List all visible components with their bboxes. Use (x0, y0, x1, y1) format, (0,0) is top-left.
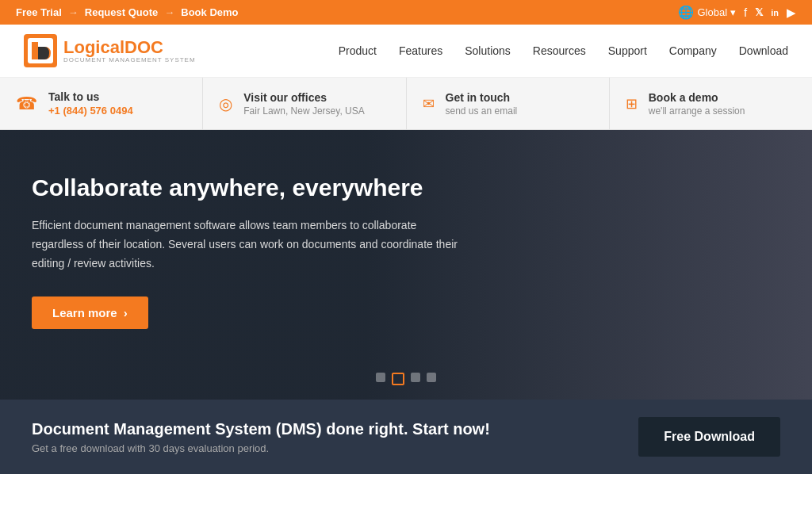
dot-3[interactable] (411, 373, 420, 382)
logo-name: LogicalDOC (63, 38, 196, 57)
nav-features[interactable]: Features (399, 44, 442, 57)
info-contact[interactable]: ✉ Get in touch send us an email (407, 78, 610, 129)
top-bar-links: Free Trial → Request Quote → Book Demo (16, 6, 239, 18)
free-trial-link[interactable]: Free Trial (16, 6, 62, 18)
free-download-button[interactable]: Free Download (638, 417, 780, 457)
info-phone-number: +1 (844) 576 0494 (48, 105, 133, 117)
logo-icon (24, 34, 57, 67)
region-label: Global (697, 6, 727, 18)
info-offices-text: Visit our offices Fair Lawn, New Jersey,… (243, 91, 365, 117)
book-demo-link[interactable]: Book Demo (181, 6, 238, 18)
info-demo-text: Book a demo we'll arrange a session (649, 91, 745, 117)
info-offices[interactable]: ◎ Visit our offices Fair Lawn, New Jerse… (203, 78, 406, 129)
logo-tagline: DOCUMENT MANAGEMENT SYSTEM (63, 57, 196, 64)
logo-suffix: DOC (124, 37, 163, 57)
info-bar: ☎ Talk to us +1 (844) 576 0494 ◎ Visit o… (0, 78, 812, 130)
hero-title: Collaborate anywhere, everywhere (32, 174, 460, 202)
info-contact-title: Get in touch (446, 91, 518, 104)
nav-solutions[interactable]: Solutions (465, 44, 511, 57)
nav-support[interactable]: Support (608, 44, 647, 57)
logo[interactable]: LogicalDOC DOCUMENT MANAGEMENT SYSTEM (24, 34, 196, 67)
dot-4[interactable] (427, 373, 436, 382)
info-offices-title: Visit our offices (243, 91, 365, 104)
main-nav: Product Features Solutions Resources Sup… (339, 44, 788, 57)
cta-text: Document Management System (DMS) done ri… (32, 420, 490, 454)
youtube-icon[interactable]: ▶ (787, 6, 796, 20)
logo-text: LogicalDOC DOCUMENT MANAGEMENT SYSTEM (63, 38, 196, 64)
hero-section: Collaborate anywhere, everywhere Efficie… (0, 130, 812, 400)
region-selector[interactable]: 🌐 Global ▾ (678, 5, 736, 20)
linkedin-icon[interactable]: in (771, 8, 779, 17)
request-quote-link[interactable]: Request Quote (85, 6, 158, 18)
info-contact-subtitle: send us an email (446, 105, 518, 117)
sep-1: → (68, 6, 79, 18)
header: LogicalDOC DOCUMENT MANAGEMENT SYSTEM Pr… (0, 25, 812, 78)
info-demo-subtitle: we'll arrange a session (649, 105, 745, 117)
location-icon: ◎ (219, 94, 232, 113)
bottom-cta: Document Management System (DMS) done ri… (0, 400, 812, 474)
nav-product[interactable]: Product (339, 44, 377, 57)
info-phone-title: Talk to us (48, 90, 133, 103)
info-demo-title: Book a demo (649, 91, 745, 104)
info-demo[interactable]: ⊞ Book a demo we'll arrange a session (610, 78, 812, 129)
top-bar: Free Trial → Request Quote → Book Demo 🌐… (0, 0, 812, 25)
hero-content: Collaborate anywhere, everywhere Efficie… (0, 130, 492, 329)
email-icon: ✉ (423, 95, 435, 113)
chevron-down-icon: ▾ (730, 6, 736, 18)
cta-title: Document Management System (DMS) done ri… (32, 420, 490, 438)
dot-2[interactable] (392, 373, 404, 385)
twitter-icon[interactable]: 𝕏 (755, 6, 763, 18)
nav-download[interactable]: Download (739, 44, 788, 57)
learn-more-button[interactable]: Learn more › (32, 296, 148, 329)
nav-resources[interactable]: Resources (533, 44, 586, 57)
info-phone[interactable]: ☎ Talk to us +1 (844) 576 0494 (0, 78, 203, 129)
hero-dots (376, 373, 436, 385)
phone-icon: ☎ (16, 94, 37, 114)
hero-description: Efficient document management software a… (32, 216, 460, 273)
cta-subtitle: Get a free download with 30 days evaluat… (32, 442, 490, 454)
learn-more-label: Learn more (52, 306, 117, 319)
svg-rect-2 (32, 42, 38, 59)
dot-1[interactable] (376, 373, 385, 382)
info-contact-text: Get in touch send us an email (446, 91, 518, 117)
info-offices-subtitle: Fair Lawn, New Jersey, USA (243, 105, 365, 117)
sep-2: → (164, 6, 174, 18)
globe-icon: 🌐 (678, 5, 694, 20)
nav-company[interactable]: Company (669, 44, 717, 57)
top-bar-right: 🌐 Global ▾ f 𝕏 in ▶ (678, 5, 796, 20)
arrow-icon: › (124, 306, 128, 319)
logo-prefix: Logical (63, 37, 124, 57)
facebook-icon[interactable]: f (744, 6, 747, 19)
demo-icon: ⊞ (626, 95, 638, 113)
info-phone-text: Talk to us +1 (844) 576 0494 (48, 90, 133, 117)
